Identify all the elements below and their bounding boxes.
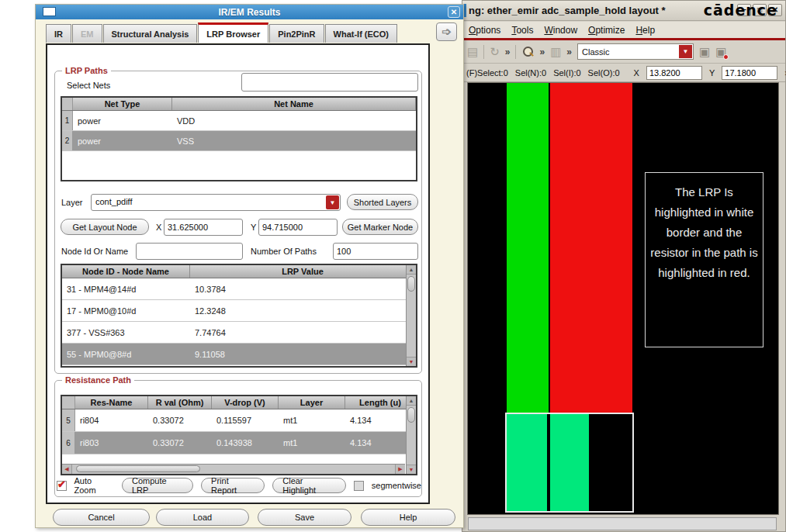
res-header-rval[interactable]: R val (Ohm) (148, 396, 212, 409)
nodes-header-name[interactable]: Node ID - Node Name (62, 265, 190, 278)
table-row[interactable]: 31 - MPM4@14#d 10.3784 (62, 278, 416, 300)
workspace-icon[interactable]: ▣ (715, 45, 726, 59)
toolbar: ▤ ↻ » » ▥ » Classic ▼ ▣ ▣ (462, 40, 785, 64)
shorted-layers-button[interactable]: Shorted Layers (347, 194, 418, 210)
scroll-up-icon[interactable]: ▲ (407, 396, 416, 406)
tab-lrp-browser[interactable]: LRP Browser (198, 22, 268, 43)
res-header-name[interactable]: Res-Name (75, 396, 148, 409)
res-name-cell: ri804 (75, 409, 148, 431)
refresh-icon[interactable]: ↻ (490, 46, 500, 57)
toolbar-overflow-chevron[interactable]: » (505, 47, 511, 57)
layer-label: Layer (61, 198, 83, 207)
node-id-field[interactable] (136, 243, 243, 260)
prompt-bar (468, 517, 777, 530)
menu-help[interactable]: Help (635, 25, 655, 36)
table-row-selected[interactable]: 6 ri803 0.33072 0.143938 mt1 4.134 (62, 432, 416, 454)
auto-zoom-label: Auto Zoom (74, 476, 114, 495)
compute-lrp-button[interactable]: Compute LRP (122, 478, 193, 493)
table-row-selected[interactable]: 2 power VSS (62, 131, 416, 151)
display-mode-combobox[interactable]: Classic ▼ (577, 43, 694, 60)
lrp-white-border-highlight[interactable] (505, 413, 634, 513)
layer-combobox[interactable]: cont_pdiff ▼ (91, 194, 341, 211)
menu-window[interactable]: Window (544, 25, 577, 36)
tab-pin2pinr[interactable]: Pin2PinR (269, 24, 324, 43)
number-of-paths-field[interactable] (333, 243, 418, 260)
help-button[interactable]: Help (361, 509, 455, 526)
tab-what-if-eco[interactable]: What-If (ECO) (325, 24, 397, 43)
scroll-down-icon[interactable]: ▼ (407, 357, 416, 366)
tab-ir[interactable]: IR (46, 24, 71, 43)
combobox-dropdown-arrow-icon[interactable]: ▼ (326, 195, 339, 209)
resistor-path-highlight-red[interactable] (550, 83, 632, 413)
res-header-vdrop[interactable]: V-drop (V) (212, 396, 279, 409)
x-coordinate-field[interactable] (164, 219, 243, 236)
lrp-segment[interactable] (507, 414, 547, 511)
horizontal-scrollbar[interactable]: ◀ ▶ (62, 464, 405, 474)
toolbar-overflow-chevron[interactable]: » (566, 47, 572, 57)
clear-highlight-button[interactable]: Clear Highlight (272, 478, 346, 493)
cancel-button[interactable]: Cancel (53, 509, 150, 526)
auto-zoom-checkbox[interactable] (57, 481, 67, 491)
layout-canvas[interactable]: The LRP Is highlighted in white border a… (467, 82, 779, 515)
tab-scroll-forward-icon[interactable]: ➩ (436, 22, 457, 41)
select-nets-label: Select Nets (67, 81, 110, 90)
toolbar-overflow-chevron[interactable]: » (539, 47, 545, 57)
notification-dot (723, 54, 729, 60)
layer-value: cont_pdiff (95, 197, 340, 206)
windows-icon[interactable]: ▣ (699, 45, 710, 59)
vertical-scrollbar[interactable]: ▲ ▼ (406, 265, 416, 366)
res-rval-cell: 0.33072 (148, 432, 212, 454)
dialog-titlebar[interactable]: IR/EM Results ✕ (36, 5, 463, 19)
nets-header-net-type[interactable]: Net Type (73, 98, 172, 110)
res-header-layer[interactable]: Layer (279, 396, 345, 409)
zoom-search-icon[interactable] (521, 46, 534, 58)
res-vdrop-cell: 0.115597 (212, 409, 279, 431)
status-bar: (F)Select:0 Sel(N):0 Sel(I):0 Sel(O):0 X… (462, 64, 785, 82)
net-shape-green[interactable] (507, 83, 549, 413)
lrp-segment[interactable] (550, 414, 589, 511)
net-name-cell: VDD (172, 111, 416, 130)
x-coord-field[interactable] (646, 66, 702, 80)
nodes-header-lrp-value[interactable]: LRP Value (190, 265, 416, 278)
scrollbar-thumb[interactable] (76, 465, 200, 472)
load-button[interactable]: Load (156, 509, 249, 526)
get-marker-node-button[interactable]: Get Marker Node (342, 219, 418, 235)
table-row[interactable]: 17 - MPM0@10#d 12.3248 (62, 300, 416, 322)
y-coordinate-field[interactable] (258, 219, 338, 236)
menu-tools[interactable]: Tools (511, 25, 533, 36)
scrollbar-thumb[interactable] (407, 276, 415, 292)
select-nets-input[interactable] (241, 73, 418, 92)
tab-em: EM (72, 24, 102, 43)
dialog-window-icon (43, 7, 56, 16)
align-icon[interactable]: ▤ (467, 46, 478, 57)
toolbar-separator (515, 45, 516, 59)
scroll-right-icon[interactable]: ▶ (395, 465, 405, 474)
segmentwise-checkbox[interactable] (354, 481, 364, 491)
table-row[interactable]: 377 - VSS#363 7.74764 (62, 322, 416, 344)
table-row[interactable]: 5 ri804 0.33072 0.115597 mt1 4.134 (62, 409, 416, 432)
menu-optimize[interactable]: Optimize (588, 25, 625, 36)
nets-table[interactable]: Net Type Net Name 1 power VDD 2 power VS… (61, 96, 417, 181)
scroll-left-icon[interactable]: ◀ (62, 465, 72, 474)
print-report-button[interactable]: Print Report (201, 478, 265, 493)
menu-bar: Options Tools Window Optimize Help (462, 22, 785, 38)
scroll-down-icon[interactable]: ▼ (407, 465, 416, 474)
vertical-scrollbar[interactable]: ▲ ▼ (406, 396, 416, 474)
resistance-table[interactable]: Res-Name R val (Ohm) V-drop (V) Layer Le… (61, 395, 417, 475)
table-row-selected[interactable]: 55 - MPM0@8#d 9.11058 (62, 344, 416, 365)
scrollbar-thumb[interactable] (407, 407, 415, 423)
get-layout-node-button[interactable]: Get Layout Node (61, 219, 149, 235)
hierarchy-icon[interactable]: ▥ (550, 46, 561, 57)
node-lrp-table[interactable]: Node ID - Node Name LRP Value 31 - MPM4@… (61, 264, 417, 368)
y-coord-field[interactable] (722, 66, 777, 80)
row-number: 1 (62, 111, 73, 130)
menu-options[interactable]: Options (469, 25, 500, 36)
dialog-close-icon[interactable]: ✕ (448, 6, 460, 18)
table-row[interactable]: 1 power VDD (62, 111, 416, 131)
save-button[interactable]: Save (258, 509, 351, 526)
nets-header-net-name[interactable]: Net Name (172, 98, 416, 110)
scroll-up-icon[interactable]: ▲ (407, 265, 416, 275)
layout-window: ng: ether_emir adc_sample_hold layout * … (462, 0, 786, 532)
combobox-dropdown-arrow-icon[interactable]: ▼ (679, 45, 692, 58)
tab-structural-analysis[interactable]: Structural Analysis (103, 24, 198, 43)
